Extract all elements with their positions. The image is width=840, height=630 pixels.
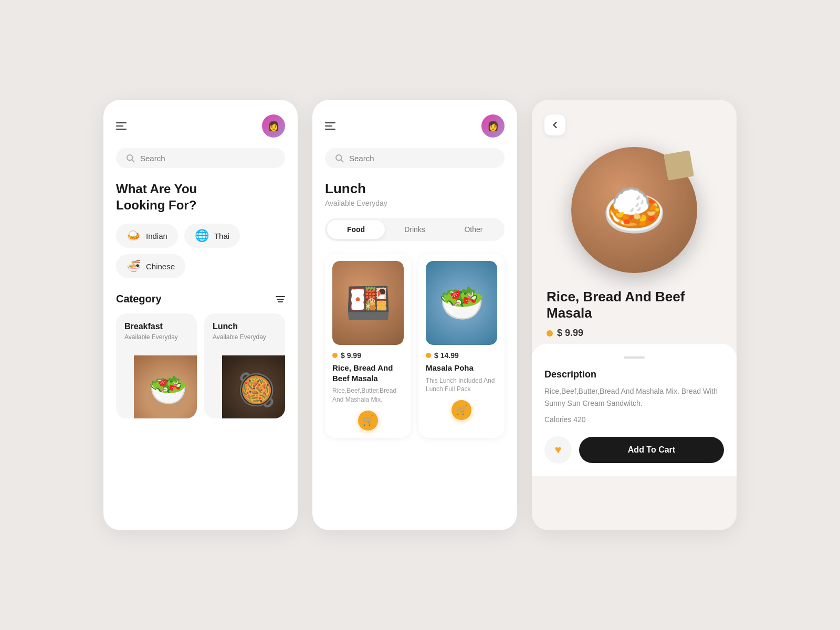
search-input[interactable] — [140, 154, 276, 163]
favorite-button[interactable]: ♥ — [544, 436, 572, 464]
screen-2: 👩 Lunch Available Everyday Food Drinks O… — [312, 100, 517, 530]
category-cards: Breakfast Available Everyday Lunch Avail… — [116, 313, 285, 418]
price-text-1: $ 9.99 — [341, 351, 361, 360]
search-icon — [125, 153, 135, 163]
thai-label: Thai — [214, 232, 229, 240]
food-card-1-price-row: $ 9.99 — [332, 351, 404, 360]
lunch-title: Lunch — [213, 322, 277, 331]
add-to-cart-btn-1[interactable]: 🛒 — [358, 411, 378, 430]
drag-indicator — [624, 356, 645, 359]
svg-line-1 — [132, 160, 134, 162]
screen1-header: 👩 — [116, 114, 285, 138]
page-title: Lunch — [325, 181, 505, 197]
screen2-search-bar[interactable] — [325, 148, 505, 168]
screen2-hamburger-icon[interactable] — [325, 122, 335, 130]
chinese-label: Chinese — [146, 262, 175, 271]
heart-icon: ♥ — [554, 443, 561, 457]
food-card-2-desc: This Lunch Included And Lunch Full Pack — [426, 376, 497, 394]
product-price: $ 9.99 — [557, 328, 583, 339]
food-card-2-title: Masala Poha — [426, 363, 497, 373]
cart-icon-1: 🛒 — [362, 415, 374, 426]
food-cards-grid: 🍱 $ 9.99 Rice, Bread And Beef Masala Ric… — [325, 254, 505, 438]
category-card-breakfast[interactable]: Breakfast Available Everyday — [116, 313, 197, 418]
food-card-2-price-row: $ 14.99 — [426, 351, 497, 360]
svg-line-3 — [341, 160, 343, 162]
screen-3: 🍛 Rice, Bread And Beef Masala $ 9.99 Des… — [532, 100, 737, 530]
food-card-1-title: Rice, Bread And Beef Masala — [332, 363, 404, 383]
food-options: 🍛 Indian 🌐 Thai 🍜 Chinese — [116, 224, 285, 278]
tab-food[interactable]: Food — [327, 220, 385, 239]
price-dot-2 — [426, 353, 431, 358]
hero-food-image: 🍛 — [544, 142, 724, 278]
back-button[interactable] — [544, 114, 565, 135]
breakfast-title: Breakfast — [124, 322, 188, 331]
description-title: Description — [544, 369, 724, 380]
chinese-icon: 🍜 — [127, 259, 141, 273]
detail-card: Description Rice,Beef,Butter,Bread And M… — [532, 344, 737, 476]
screen2-avatar[interactable]: 👩 — [481, 114, 505, 138]
page-subtitle: Available Everyday — [325, 199, 505, 207]
tab-drinks[interactable]: Drinks — [386, 220, 444, 239]
food-card-2[interactable]: 🥗 $ 14.99 Masala Poha This Lunch Include… — [418, 254, 505, 438]
product-price-dot — [547, 330, 553, 337]
add-to-cart-button[interactable]: Add To Cart — [579, 437, 724, 463]
price-text-2: $ 14.99 — [434, 351, 459, 360]
avatar[interactable]: 👩 — [262, 114, 285, 138]
add-cart-row: ♥ Add To Cart — [544, 436, 724, 464]
category-header: Category — [116, 293, 285, 305]
tabs: Food Drinks Other — [325, 218, 505, 241]
search-bar[interactable] — [116, 148, 285, 168]
indian-label: Indian — [146, 232, 167, 240]
hamburger-icon[interactable] — [116, 122, 127, 130]
avatar-image: 👩 — [262, 114, 285, 138]
food-card-1[interactable]: 🍱 $ 9.99 Rice, Bread And Beef Masala Ric… — [325, 254, 411, 438]
screen2-search-icon — [334, 153, 344, 163]
thai-icon: 🌐 — [195, 229, 209, 243]
screen2-avatar-image: 👩 — [481, 114, 505, 138]
hero-title: What Are You Looking For? — [116, 181, 285, 213]
lunch-image — [222, 355, 285, 418]
screen2-header: 👩 — [325, 114, 505, 138]
breakfast-subtitle: Available Everyday — [124, 333, 188, 341]
cart-icon-2: 🛒 — [456, 404, 467, 416]
category-title: Category — [116, 293, 162, 305]
screen2-search-input[interactable] — [349, 154, 495, 163]
food-card-1-image: 🍱 — [332, 261, 404, 345]
food-card-2-image: 🥗 — [426, 261, 497, 345]
screen-1: 👩 What Are You Looking For? 🍛 Indian 🌐 T… — [103, 100, 298, 530]
add-to-cart-btn-2[interactable]: 🛒 — [452, 400, 471, 420]
breakfast-image — [134, 355, 197, 418]
food-option-chinese[interactable]: 🍜 Chinese — [116, 254, 185, 278]
product-title: Rice, Bread And Beef Masala — [547, 289, 722, 321]
food-option-indian[interactable]: 🍛 Indian — [116, 224, 178, 248]
indian-icon: 🍛 — [127, 229, 141, 243]
price-dot-1 — [332, 353, 338, 358]
filter-icon[interactable] — [276, 296, 285, 302]
tab-other[interactable]: Other — [445, 220, 502, 239]
food-option-thai[interactable]: 🌐 Thai — [184, 224, 240, 248]
food-card-1-desc: Rice,Beef,Butter,Bread And Mashala Mix. — [332, 386, 404, 404]
back-icon — [550, 120, 560, 130]
calories-text: Calories 420 — [544, 415, 724, 424]
product-price-row: $ 9.99 — [547, 328, 722, 339]
lunch-subtitle: Available Everyday — [213, 333, 277, 341]
screens-container: 👩 What Are You Looking For? 🍛 Indian 🌐 T… — [103, 100, 737, 530]
category-card-lunch[interactable]: Lunch Available Everyday — [204, 313, 285, 418]
thali-visual: 🍛 — [571, 147, 697, 273]
description-text: Rice,Beef,Butter,Bread And Mashala Mix. … — [544, 385, 724, 409]
